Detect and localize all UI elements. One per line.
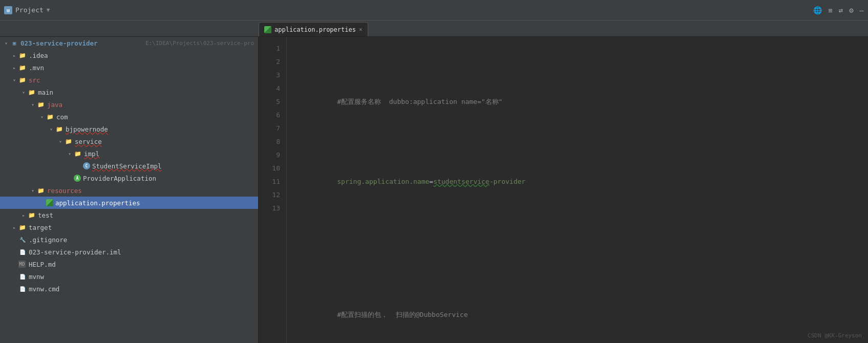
tree-item-helpmd[interactable]: MD HELP.md [0, 258, 258, 270]
code-content: 1 2 3 4 5 6 7 8 9 10 11 12 13 #配置服务名称 du… [259, 37, 868, 343]
tree-arrow-service [56, 139, 65, 144]
folder-icon-mvn: 📁 [18, 63, 27, 72]
tree-item-iml[interactable]: 📄 023-service-provider.iml [0, 246, 258, 258]
project-icon: ▤ [4, 6, 12, 14]
tree-item-mvnw[interactable]: 📄 mvnw [0, 270, 258, 283]
folder-icon-main: 📁 [28, 88, 36, 96]
settings-icon[interactable]: ⚙ [849, 6, 853, 14]
tab-bar: application.properties ✕ [0, 20, 868, 37]
tree-item-root[interactable]: ▣ 023-service-provider E:\IDEA\Projects\… [0, 37, 258, 49]
tree-label-test: test [38, 211, 254, 219]
tree-item-gitignore[interactable]: 🔧 .gitignore [0, 233, 258, 246]
folder-icon-impl: 📁 [74, 149, 82, 158]
tree-arrow-test [19, 212, 28, 218]
gitignore-icon: 🔧 [18, 235, 27, 244]
md-icon: MD [18, 261, 26, 268]
list-icon[interactable]: ≡ [828, 6, 832, 14]
tree-label-target: target [29, 224, 254, 231]
line-num-3: 3 [259, 69, 280, 82]
tree-item-provider-app[interactable]: A ProviderApplication [0, 172, 258, 184]
folder-icon-idea: 📁 [18, 51, 27, 59]
project-label[interactable]: Project [15, 6, 44, 14]
tree-arrow-src [10, 77, 18, 83]
code-editor[interactable]: 1 2 3 4 5 6 7 8 9 10 11 12 13 #配置服务名称 du… [259, 37, 868, 343]
tree-label-mvn: .mvn [29, 64, 254, 72]
class-icon-student: C [83, 162, 90, 169]
tree-item-bjpowernode[interactable]: 📁 bjpowernode [0, 123, 258, 135]
app-icon-provider: A [74, 175, 81, 182]
tree-item-mvn[interactable]: 📁 .mvn [0, 61, 258, 74]
tab-application-properties[interactable]: application.properties ✕ [259, 22, 368, 36]
tree-arrow-root [2, 40, 10, 46]
folder-icon-service: 📁 [65, 137, 73, 145]
line4-comment: #配置扫描的包， 扫描的@DubboService [337, 311, 468, 318]
transfer-icon[interactable]: ⇄ [839, 6, 843, 14]
tree-item-service[interactable]: 📁 service [0, 135, 258, 147]
tree-arrow-java [29, 102, 37, 108]
sidebar: ▣ 023-service-provider E:\IDEA\Projects\… [0, 37, 259, 343]
tab-close-icon[interactable]: ✕ [359, 26, 363, 33]
tree-label-appprops: application.properties [55, 199, 254, 207]
tree-label-src: src [29, 76, 254, 84]
tree-item-src[interactable]: 📁 src [0, 74, 258, 86]
tree-label-mvnw: mvnw [29, 273, 254, 281]
line2-val-underline: studentservice [433, 178, 490, 185]
line2-val-rest: -provider [490, 178, 525, 185]
tree-item-resources[interactable]: 📁 resources [0, 184, 258, 197]
tree-label-resources: resources [47, 187, 254, 195]
main-layout: ▣ 023-service-provider E:\IDEA\Projects\… [0, 37, 868, 343]
tree-item-test[interactable]: 📁 test [0, 209, 258, 221]
line-num-7: 7 [259, 122, 280, 135]
tree-label-idea: .idea [29, 52, 254, 59]
tree-item-impl[interactable]: 📁 impl [0, 147, 258, 160]
tree-arrow-bjpowernode [47, 126, 55, 132]
title-bar-left: ▤ Project ▼ [4, 6, 50, 14]
tree-item-idea[interactable]: 📁 .idea [0, 49, 258, 61]
tree-arrow-impl [66, 151, 74, 157]
code-line-3 [297, 242, 868, 255]
folder-icon-target: 📁 [18, 223, 27, 231]
line-num-8: 8 [259, 135, 280, 148]
tree-path-root: E:\IDEA\Projects\023-service-pro [145, 40, 254, 47]
tree-item-com[interactable]: 📁 com [0, 111, 258, 123]
code-line-1: #配置服务名称 dubbo:application name="名称" [297, 82, 868, 122]
folder-icon-bjpowernode: 📁 [55, 125, 63, 133]
tree-item-java[interactable]: 📁 java [0, 98, 258, 111]
tree-item-main[interactable]: 📁 main [0, 86, 258, 98]
tree-label-java: java [47, 101, 254, 109]
watermark: CSDN @KK-Greyson [808, 332, 862, 339]
dropdown-arrow[interactable]: ▼ [47, 7, 50, 13]
tree-item-mvnwcmd[interactable]: 📄 mvnw.cmd [0, 283, 258, 295]
iml-icon: 📄 [18, 248, 27, 256]
mvnwcmd-icon: 📄 [18, 285, 27, 293]
tree-label-service: service [75, 138, 254, 145]
tree-label-helpmd: HELP.md [29, 261, 254, 268]
tree-label-provider: ProviderApplication [83, 175, 254, 182]
tree-label-mvnwcmd: mvnw.cmd [29, 285, 254, 293]
code-lines[interactable]: #配置服务名称 dubbo:application name="名称" spri… [287, 37, 868, 343]
tree-item-application-properties[interactable]: application.properties [0, 197, 258, 209]
tree-item-student-service-impl[interactable]: C StudentServiceImpl [0, 160, 258, 172]
folder-icon-root: ▣ [10, 39, 18, 47]
globe-icon[interactable]: 🌐 [813, 6, 822, 14]
line-num-13: 13 [259, 202, 280, 215]
tree-label-gitignore: .gitignore [29, 236, 254, 244]
line-numbers: 1 2 3 4 5 6 7 8 9 10 11 12 13 [259, 37, 287, 343]
folder-icon-src: 📁 [18, 76, 27, 84]
mvnw-icon: 📄 [18, 272, 27, 281]
line-num-1: 1 [259, 42, 280, 55]
properties-file-icon [46, 199, 53, 206]
line-num-5: 5 [259, 95, 280, 109]
code-line-4: #配置扫描的包， 扫描的@DubboService [297, 295, 868, 335]
minimize-icon[interactable]: — [860, 6, 864, 14]
tree-arrow-com [38, 114, 46, 120]
tree-label-impl: impl [84, 150, 254, 158]
folder-icon-java: 📁 [37, 100, 45, 109]
tree-label-iml: 023-service-provider.iml [29, 248, 254, 256]
line-num-9: 9 [259, 148, 280, 162]
tree-label-com: com [56, 113, 254, 121]
tree-item-target[interactable]: 📁 target [0, 221, 258, 233]
tree-arrow-idea [10, 53, 18, 58]
line1-comment: #配置服务名称 dubbo:application name="名称" [337, 98, 502, 105]
line-num-12: 12 [259, 188, 280, 202]
